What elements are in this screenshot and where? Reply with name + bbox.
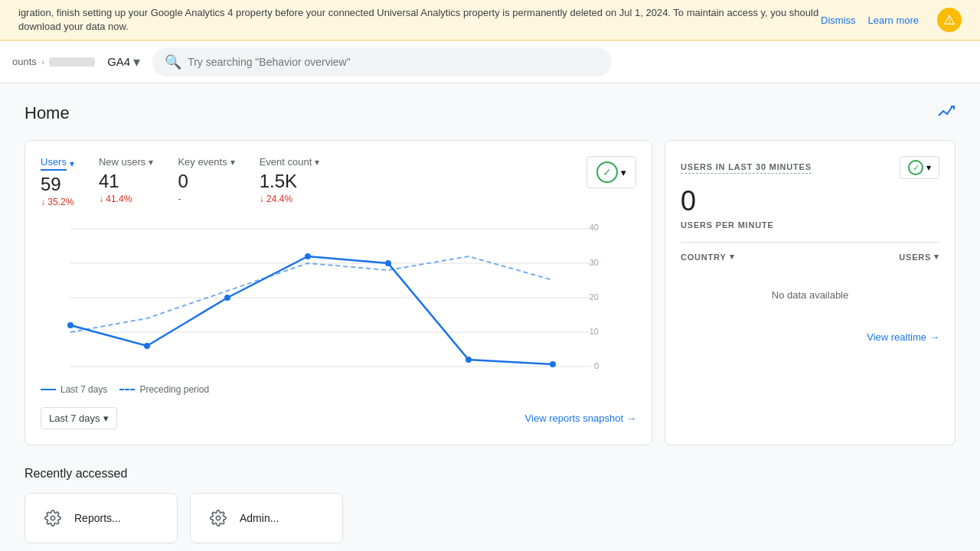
- view-realtime-link[interactable]: View realtime →: [681, 331, 939, 343]
- realtime-subtitle: USERS PER MINUTE: [681, 220, 939, 230]
- metric-new-users-label: New users: [99, 156, 145, 168]
- metric-key-events-chevron[interactable]: ▾: [230, 157, 235, 168]
- view-reports-link[interactable]: View reports snapshot →: [525, 412, 636, 424]
- metric-new-users[interactable]: New users ▾ 41 ↓ 41.4%: [99, 156, 153, 204]
- recent-card-reports[interactable]: Reports...: [24, 493, 178, 543]
- users-chevron-icon: ▾: [934, 252, 939, 262]
- metrics-row: Users ▾ 59 ↓ 35.2% New users ▾ 41 ↓ 41.4…: [41, 156, 636, 207]
- reports-gear-icon: [41, 506, 65, 530]
- chart-dot: [305, 253, 311, 259]
- users-column-header[interactable]: USERS ▾: [899, 252, 939, 262]
- banner-actions: Dismiss Learn more: [821, 8, 962, 32]
- cards-row: Users ▾ 59 ↓ 35.2% New users ▾ 41 ↓ 41.4…: [24, 140, 956, 445]
- metric-users-change: ↓ 35.2%: [41, 197, 74, 207]
- country-column-header[interactable]: COUNTRY ▾: [681, 252, 734, 262]
- migration-banner: igration, finish setting up your Google …: [0, 0, 980, 41]
- view-realtime-label: View realtime: [867, 331, 926, 343]
- svg-text:20: 20: [590, 292, 599, 302]
- metric-new-users-chevron[interactable]: ▾: [149, 157, 153, 168]
- admin-gear-icon: [206, 506, 230, 530]
- svg-text:30: 30: [590, 258, 599, 267]
- chart-filter-area: ✓ ▾: [586, 156, 636, 188]
- legend-dashed-label: Preceding period: [139, 384, 209, 395]
- metric-event-count-chevron[interactable]: ▾: [315, 157, 319, 168]
- realtime-filter-chevron: ▾: [926, 162, 931, 173]
- line-chart: 40 30 20 10 0: [41, 220, 636, 373]
- recent-cards-row: Reports... Admin...: [24, 493, 956, 543]
- main-content: Home Users ▾ 59 ↓ 35.2%: [0, 83, 980, 551]
- metric-key-events-label: Key events: [178, 156, 227, 168]
- legend-dashed-line: [119, 389, 135, 390]
- chart-filter-button[interactable]: ✓ ▾: [586, 156, 636, 188]
- legend-solid-line: [41, 389, 56, 390]
- legend-solid-label: Last 7 days: [60, 384, 107, 395]
- metric-key-events-label-row: Key events ▾: [178, 156, 234, 168]
- metric-event-count-label-row: Event count ▾: [260, 156, 320, 168]
- chart-dot: [144, 343, 150, 349]
- chart-footer: Last 7 days ▾ View reports snapshot →: [41, 407, 636, 429]
- recently-accessed-section: Recently accessed Reports...: [24, 467, 956, 543]
- svg-point-18: [51, 517, 55, 521]
- realtime-filter-button[interactable]: ✓ ▾: [900, 156, 939, 179]
- date-filter-chevron-icon: ▾: [103, 412, 109, 424]
- recent-card-reports-label: Reports...: [74, 512, 121, 524]
- realtime-value: 0: [681, 185, 939, 217]
- metric-users-value: 59: [41, 174, 74, 195]
- realtime-filter-check-icon: ✓: [908, 160, 923, 175]
- metric-key-events[interactable]: Key events ▾ 0 -: [178, 156, 234, 204]
- svg-text:40: 40: [590, 223, 599, 232]
- page-title: Home: [24, 103, 70, 123]
- chart-dot: [466, 357, 472, 363]
- chart-dot: [385, 260, 391, 266]
- metric-event-count-change: ↓ 24.4%: [260, 194, 320, 204]
- breadcrumb-root[interactable]: ounts: [12, 56, 37, 67]
- dashed-line: [70, 256, 553, 332]
- realtime-divider: [681, 242, 939, 243]
- svg-text:0: 0: [594, 361, 599, 370]
- property-label: GA4: [107, 55, 130, 68]
- recent-card-admin-label: Admin...: [240, 512, 279, 524]
- metric-key-events-value: 0: [178, 171, 234, 192]
- no-data-message: No data available: [681, 271, 939, 319]
- banner-dismiss-button[interactable]: Dismiss: [821, 15, 856, 26]
- property-chevron-icon: ▾: [133, 54, 140, 70]
- view-reports-label: View reports snapshot: [525, 412, 623, 424]
- chart-card: Users ▾ 59 ↓ 35.2% New users ▾ 41 ↓ 41.4…: [24, 140, 652, 445]
- legend-dashed: Preceding period: [119, 384, 209, 395]
- svg-point-19: [216, 517, 220, 521]
- users-label: USERS: [899, 253, 931, 262]
- property-selector[interactable]: GA4 ▾: [107, 54, 140, 70]
- banner-text: igration, finish setting up your Google …: [18, 6, 821, 34]
- metric-event-count[interactable]: Event count ▾ 1.5K ↓ 24.4%: [260, 156, 320, 204]
- filter-chevron: ▾: [621, 167, 626, 178]
- view-reports-arrow-icon: →: [626, 412, 636, 424]
- navbar: ounts › GA4 ▾ 🔍: [0, 41, 980, 83]
- metric-new-users-change: ↓ 41.4%: [99, 194, 153, 204]
- realtime-header: USERS IN LAST 30 MINUTES ✓ ▾: [681, 156, 939, 179]
- page-title-row: Home: [24, 102, 956, 125]
- recently-accessed-title: Recently accessed: [24, 467, 956, 481]
- breadcrumb: ounts ›: [12, 56, 95, 67]
- breadcrumb-child: [49, 57, 95, 67]
- chart-legend: Last 7 days Preceding period: [41, 384, 636, 395]
- date-filter-label: Last 7 days: [49, 412, 100, 424]
- svg-text:10: 10: [590, 327, 599, 336]
- country-chevron-icon: ▾: [730, 252, 735, 262]
- sparkline-icon[interactable]: [937, 102, 956, 125]
- breadcrumb-separator: ›: [41, 56, 44, 67]
- metric-users-label: Users: [41, 156, 67, 171]
- view-realtime-arrow-icon: →: [929, 331, 939, 343]
- search-bar[interactable]: 🔍: [152, 47, 612, 77]
- metric-users-label-row: Users ▾: [41, 156, 74, 171]
- filter-check-icon: ✓: [596, 161, 618, 183]
- banner-learn-more-button[interactable]: Learn more: [868, 15, 919, 26]
- search-input[interactable]: [188, 56, 599, 68]
- metric-users-chevron[interactable]: ▾: [70, 158, 74, 169]
- metric-new-users-value: 41: [99, 171, 153, 192]
- metric-event-count-label: Event count: [260, 156, 312, 168]
- metric-new-users-label-row: New users ▾: [99, 156, 153, 168]
- metric-users[interactable]: Users ▾ 59 ↓ 35.2%: [41, 156, 74, 207]
- legend-solid: Last 7 days: [41, 384, 107, 395]
- recent-card-admin[interactable]: Admin...: [190, 493, 343, 543]
- date-filter-button[interactable]: Last 7 days ▾: [41, 407, 117, 429]
